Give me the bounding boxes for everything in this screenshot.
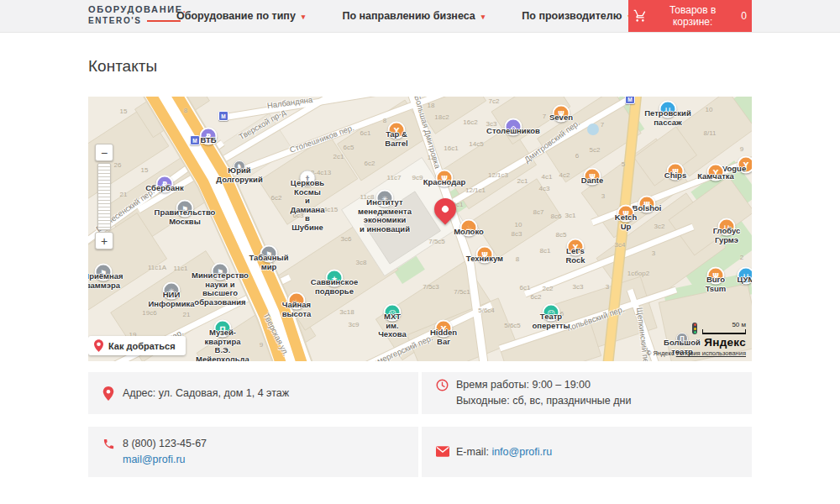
building-number: 10	[515, 221, 522, 228]
transit-stop-icon[interactable]: М	[218, 111, 228, 121]
building-number: 18с2	[434, 113, 449, 121]
location-pin-icon	[102, 386, 114, 406]
map-poi-tehnikum[interactable]: ΨТехникум	[476, 246, 494, 264]
map-poi-globus-gurme[interactable]: ⊔Глобус Гурмэ	[718, 218, 736, 236]
yandex-logo[interactable]: Яндекс	[647, 336, 746, 349]
building-number: 10	[706, 106, 713, 113]
map-poi-label: Bolshoi	[633, 204, 662, 213]
map-poi-mht-chehova[interactable]: ☺МХТ им. Чехова	[384, 304, 402, 322]
chevron-down-icon: ▾	[302, 13, 306, 21]
map-poi-petrovsky-passage[interactable]: ⊔Петровский пассаж	[659, 101, 677, 118]
map-poi-sberbank[interactable]: ₽Сбербанк	[156, 176, 174, 193]
map[interactable]: НалбандянаТверской пр-дСтолешников пер.Б…	[88, 97, 752, 361]
building-number: 5/6с5	[504, 322, 521, 329]
map-poi-tsum[interactable]: ⊔ЦУМ	[738, 267, 753, 285]
building-number: 15	[120, 108, 128, 115]
zoom-in-button[interactable]: +	[95, 232, 113, 249]
building-number: 8с1	[540, 247, 551, 255]
map-poi-dolgoruky[interactable]: ♞Юрий Долгорукий	[234, 160, 245, 172]
map-poi-label: Чайная высота	[282, 301, 312, 318]
map-poi-label: Техникум	[466, 255, 503, 264]
map-poi-bolshoi-rest[interactable]: ΨBolshoi	[638, 196, 656, 213]
map-poi-dante[interactable]: ΨDante	[584, 168, 601, 186]
hours-line2: Выходные: сб, вс, праздничные дни	[456, 393, 752, 409]
map-poi-label: Табачный мир	[249, 254, 289, 271]
map-poi-ministry[interactable]: ⚑Министерство науки и высшего образовани…	[212, 263, 229, 281]
map-poi-moloko[interactable]: ☕Молоко	[460, 219, 478, 237]
transit-stop-icon[interactable]: М	[625, 97, 635, 104]
map-poi-tabachny-mir[interactable]: ⚑Табачный мир	[260, 245, 278, 263]
map-poi-institute[interactable]: ✳Институт менеджмента экономики и иннова…	[376, 190, 394, 207]
map-poi-label: Глобус Гурмэ	[713, 227, 741, 244]
building-number: 6	[575, 152, 579, 160]
map-poi-meyerhold[interactable]: ∏Музей- квартира В.Э. Мейерхольда	[214, 320, 232, 338]
map-poi-label: Let's Rock	[565, 247, 585, 265]
address-card: Адрес: ул. Садовая, дом 1, 4 этаж	[88, 372, 418, 414]
contact-cards: Адрес: ул. Садовая, дом 1, 4 этаж Время …	[88, 372, 752, 477]
building-number: 5/6с4	[478, 307, 495, 314]
logo[interactable]: ОБОРУДОВАНИЕ. ENTERO'S	[88, 3, 186, 27]
map-poi-hidden-bar[interactable]: YHidden Bar	[435, 320, 453, 338]
building-number: 8с3	[512, 230, 522, 238]
copyright-label: © Яндекс	[647, 349, 675, 357]
map-poi-stoleshnikov-hotel[interactable]: ⌂Столешников	[505, 118, 522, 136]
map-poi-label: Институт менеджмента экономики и инновац…	[358, 198, 412, 234]
map-scale: 50 м	[702, 321, 746, 334]
map-poi-priemnaya[interactable]: ⚑Приёмная заммэра	[95, 264, 113, 281]
map-poi-buro-tsum[interactable]: ΨBuro Tsum	[707, 267, 725, 285]
map-poi-savvinskoe[interactable]: ★Саввинское подворье	[326, 270, 344, 287]
building-number: 9	[740, 145, 743, 153]
map-poi-seven[interactable]: ΨSeven	[553, 105, 570, 123]
map-poi-label: Tap & Barrel	[385, 130, 407, 148]
building-number: 8	[516, 255, 519, 263]
map-poi-kamchatka[interactable]: YКамчатка	[707, 164, 725, 181]
building-number: 6с2	[365, 160, 375, 167]
map-poi-government[interactable]: ⚑Правительство Москвы	[176, 200, 194, 218]
map-poi-label: НИИ Информика	[148, 291, 194, 308]
nav-by-type[interactable]: Оборудование по типу▾	[176, 10, 305, 22]
zoom-out-button[interactable]: −	[95, 144, 113, 161]
map-poi-church[interactable]: †Церковь Космы и Дамиана в Шубине	[300, 171, 316, 186]
map-poi-label: Саввинское подворье	[311, 278, 359, 296]
building-number: 3с9	[349, 321, 360, 328]
phone-number: 8 (800) 123-45-67	[123, 436, 418, 452]
map-poi-krasnodar[interactable]: ΨКраснодар	[436, 170, 454, 187]
phone-email-link[interactable]: mail@profi.ru	[123, 454, 186, 465]
building-number: 7с2	[489, 97, 500, 105]
map-poi-label: Петровский пассаж	[644, 109, 691, 127]
map-poi-operetta[interactable]: ☺Театр оперетты	[543, 304, 560, 322]
map-poi-vogue[interactable]: YVogue	[738, 156, 753, 174]
building-number: 7	[543, 113, 546, 120]
building-number: 14с5	[469, 140, 483, 148]
terms-link[interactable]: Условия использования	[676, 349, 746, 357]
map-poi-label: Chips	[664, 171, 686, 181]
zoom-slider[interactable]	[97, 163, 111, 230]
nav-by-business[interactable]: По направлению бизнеса▾	[342, 10, 485, 22]
map-poi-tap-barrel[interactable]: YTap & Barrel	[388, 122, 406, 139]
building-number: 9	[260, 341, 263, 349]
map-poi-vtb[interactable]: ₽ВТБ	[200, 128, 218, 145]
route-pin-icon	[94, 339, 103, 352]
building-number: 3	[601, 192, 605, 200]
cart-button[interactable]: Товаров в корзине: 0	[628, 0, 752, 32]
building-number: 6с1	[520, 284, 531, 291]
email-label: E-mail:	[456, 446, 491, 458]
building-number: 2с2	[543, 285, 554, 292]
address-text: Адрес: ул. Садовая, дом 1, 4 этаж	[123, 386, 418, 402]
map-poi-nii-informika[interactable]: ✳НИИ Информика	[163, 282, 181, 300]
building-number: 7	[601, 121, 604, 129]
map-poi-label: МХТ им. Чехова	[378, 312, 407, 339]
nav-by-manufacturer[interactable]: По производителю▾	[522, 10, 632, 22]
map-poi-ketch-up[interactable]: ΨKetch Up	[617, 205, 635, 223]
transit-stop-icon[interactable]: М	[190, 135, 200, 145]
chevron-down-icon: ▾	[481, 13, 486, 21]
map-poi-chainaya-vysota[interactable]: ☕Чайная высота	[288, 292, 306, 310]
scale-label: 50 м	[732, 321, 746, 328]
route-button[interactable]: Как добраться	[88, 336, 186, 355]
building-number: 4с1	[542, 173, 553, 181]
map-poi-chips[interactable]: ΨChips	[667, 163, 685, 181]
map-poi-lets-rock[interactable]: YLet's Rock	[567, 239, 585, 256]
email-link[interactable]: info@profi.ru	[491, 446, 552, 458]
hours-line1: Время работы: 9:00 – 19:00	[456, 377, 752, 393]
building-number: 15	[141, 166, 149, 174]
